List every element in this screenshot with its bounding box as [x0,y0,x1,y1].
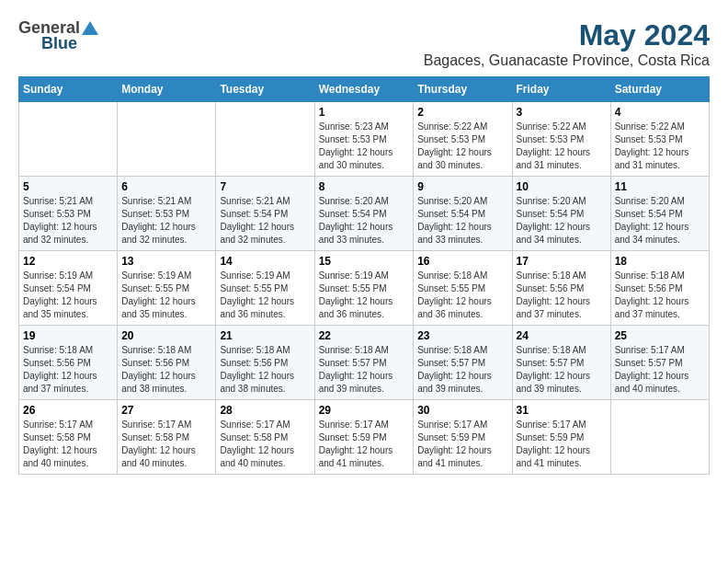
day-number: 8 [319,180,410,193]
calendar-cell: 27Sunrise: 5:17 AM Sunset: 5:58 PM Dayli… [118,400,216,475]
day-info: Sunrise: 5:17 AM Sunset: 5:59 PM Dayligh… [517,419,607,470]
month-title: May 2024 [424,18,710,52]
weekday-header-row: SundayMondayTuesdayWednesdayThursdayFrid… [19,77,710,102]
day-number: 28 [220,404,310,417]
logo: GeneralBlue [18,18,100,53]
calendar-cell: 9Sunrise: 5:20 AM Sunset: 5:54 PM Daylig… [414,177,512,251]
calendar-cell: 26Sunrise: 5:17 AM Sunset: 5:58 PM Dayli… [19,400,118,475]
calendar-cell: 6Sunrise: 5:21 AM Sunset: 5:53 PM Daylig… [118,177,216,251]
day-number: 20 [121,329,211,342]
calendar-cell: 25Sunrise: 5:17 AM Sunset: 5:57 PM Dayli… [610,326,709,400]
day-number: 30 [417,404,507,417]
calendar-week-row: 26Sunrise: 5:17 AM Sunset: 5:58 PM Dayli… [19,400,710,475]
calendar-cell [610,400,709,475]
day-number: 3 [517,106,607,119]
day-info: Sunrise: 5:21 AM Sunset: 5:54 PM Dayligh… [220,195,310,247]
weekday-header-wednesday: Wednesday [314,77,414,102]
day-info: Sunrise: 5:20 AM Sunset: 5:54 PM Dayligh… [417,195,507,247]
day-number: 23 [417,329,507,342]
day-info: Sunrise: 5:18 AM Sunset: 5:57 PM Dayligh… [417,344,507,396]
day-number: 22 [319,329,410,342]
weekday-header-sunday: Sunday [19,77,118,102]
day-number: 13 [121,255,211,268]
day-info: Sunrise: 5:17 AM Sunset: 5:59 PM Dayligh… [417,419,507,470]
day-info: Sunrise: 5:17 AM Sunset: 5:58 PM Dayligh… [121,419,211,470]
calendar-week-row: 19Sunrise: 5:18 AM Sunset: 5:56 PM Dayli… [19,326,710,400]
day-info: Sunrise: 5:19 AM Sunset: 5:55 PM Dayligh… [319,270,410,321]
day-number: 11 [615,180,705,193]
calendar-cell: 18Sunrise: 5:18 AM Sunset: 5:56 PM Dayli… [610,251,709,326]
calendar-cell: 17Sunrise: 5:18 AM Sunset: 5:56 PM Dayli… [512,251,610,326]
day-number: 6 [121,180,211,193]
day-number: 5 [23,180,113,193]
day-number: 29 [319,404,410,417]
weekday-header-thursday: Thursday [414,77,512,102]
day-number: 2 [417,106,507,119]
weekday-header-friday: Friday [512,77,610,102]
calendar-cell: 30Sunrise: 5:17 AM Sunset: 5:59 PM Dayli… [414,400,512,475]
day-info: Sunrise: 5:17 AM Sunset: 5:57 PM Dayligh… [615,344,705,396]
day-info: Sunrise: 5:19 AM Sunset: 5:55 PM Dayligh… [220,270,310,321]
calendar-cell: 22Sunrise: 5:18 AM Sunset: 5:57 PM Dayli… [314,326,414,400]
day-info: Sunrise: 5:20 AM Sunset: 5:54 PM Dayligh… [517,195,607,247]
calendar-cell: 11Sunrise: 5:20 AM Sunset: 5:54 PM Dayli… [610,177,709,251]
day-number: 16 [417,255,507,268]
calendar-cell: 13Sunrise: 5:19 AM Sunset: 5:55 PM Dayli… [118,251,216,326]
day-number: 31 [517,404,607,417]
calendar-week-row: 5Sunrise: 5:21 AM Sunset: 5:53 PM Daylig… [19,177,710,251]
day-number: 4 [615,106,705,119]
svg-marker-0 [82,21,98,35]
day-number: 27 [121,404,211,417]
calendar-cell: 23Sunrise: 5:18 AM Sunset: 5:57 PM Dayli… [414,326,512,400]
day-number: 18 [615,255,705,268]
day-info: Sunrise: 5:22 AM Sunset: 5:53 PM Dayligh… [517,121,607,172]
day-number: 12 [23,255,113,268]
day-info: Sunrise: 5:18 AM Sunset: 5:56 PM Dayligh… [121,344,211,396]
calendar-cell: 12Sunrise: 5:19 AM Sunset: 5:54 PM Dayli… [19,251,118,326]
weekday-header-tuesday: Tuesday [216,77,314,102]
location-title: Bagaces, Guanacaste Province, Costa Rica [424,52,710,69]
day-number: 24 [517,329,607,342]
day-info: Sunrise: 5:17 AM Sunset: 5:58 PM Dayligh… [220,419,310,470]
calendar-cell [19,102,118,177]
day-number: 19 [23,329,113,342]
day-info: Sunrise: 5:23 AM Sunset: 5:53 PM Dayligh… [319,121,410,172]
day-info: Sunrise: 5:18 AM Sunset: 5:56 PM Dayligh… [615,270,705,321]
calendar-week-row: 12Sunrise: 5:19 AM Sunset: 5:54 PM Dayli… [19,251,710,326]
day-info: Sunrise: 5:18 AM Sunset: 5:56 PM Dayligh… [23,344,113,396]
calendar-cell: 20Sunrise: 5:18 AM Sunset: 5:56 PM Dayli… [118,326,216,400]
calendar-cell: 31Sunrise: 5:17 AM Sunset: 5:59 PM Dayli… [512,400,610,475]
calendar-cell: 16Sunrise: 5:18 AM Sunset: 5:55 PM Dayli… [414,251,512,326]
calendar-cell: 15Sunrise: 5:19 AM Sunset: 5:55 PM Dayli… [314,251,414,326]
calendar-cell: 1Sunrise: 5:23 AM Sunset: 5:53 PM Daylig… [314,102,414,177]
calendar-cell: 14Sunrise: 5:19 AM Sunset: 5:55 PM Dayli… [216,251,314,326]
day-number: 15 [319,255,410,268]
calendar-cell: 29Sunrise: 5:17 AM Sunset: 5:59 PM Dayli… [314,400,414,475]
logo-blue-word: Blue [41,34,77,53]
calendar-cell: 2Sunrise: 5:22 AM Sunset: 5:53 PM Daylig… [414,102,512,177]
calendar-cell: 8Sunrise: 5:20 AM Sunset: 5:54 PM Daylig… [314,177,414,251]
calendar-cell: 5Sunrise: 5:21 AM Sunset: 5:53 PM Daylig… [19,177,118,251]
day-number: 26 [23,404,113,417]
day-info: Sunrise: 5:20 AM Sunset: 5:54 PM Dayligh… [319,195,410,247]
day-number: 7 [220,180,310,193]
day-info: Sunrise: 5:22 AM Sunset: 5:53 PM Dayligh… [417,121,507,172]
day-info: Sunrise: 5:18 AM Sunset: 5:57 PM Dayligh… [517,344,607,396]
day-info: Sunrise: 5:18 AM Sunset: 5:56 PM Dayligh… [517,270,607,321]
calendar-cell: 24Sunrise: 5:18 AM Sunset: 5:57 PM Dayli… [512,326,610,400]
calendar-cell: 19Sunrise: 5:18 AM Sunset: 5:56 PM Dayli… [19,326,118,400]
day-info: Sunrise: 5:20 AM Sunset: 5:54 PM Dayligh… [615,195,705,247]
weekday-header-saturday: Saturday [610,77,709,102]
calendar-cell: 21Sunrise: 5:18 AM Sunset: 5:56 PM Dayli… [216,326,314,400]
header: GeneralBlue General Blue May 2024 Bagace… [18,18,710,69]
calendar-cell: 4Sunrise: 5:22 AM Sunset: 5:53 PM Daylig… [610,102,709,177]
calendar-table: SundayMondayTuesdayWednesdayThursdayFrid… [18,76,710,475]
day-number: 17 [517,255,607,268]
calendar-cell: 3Sunrise: 5:22 AM Sunset: 5:53 PM Daylig… [512,102,610,177]
day-info: Sunrise: 5:21 AM Sunset: 5:53 PM Dayligh… [121,195,211,247]
day-info: Sunrise: 5:18 AM Sunset: 5:57 PM Dayligh… [319,344,410,396]
calendar-cell [118,102,216,177]
day-number: 14 [220,255,310,268]
day-info: Sunrise: 5:18 AM Sunset: 5:55 PM Dayligh… [417,270,507,321]
day-number: 25 [615,329,705,342]
